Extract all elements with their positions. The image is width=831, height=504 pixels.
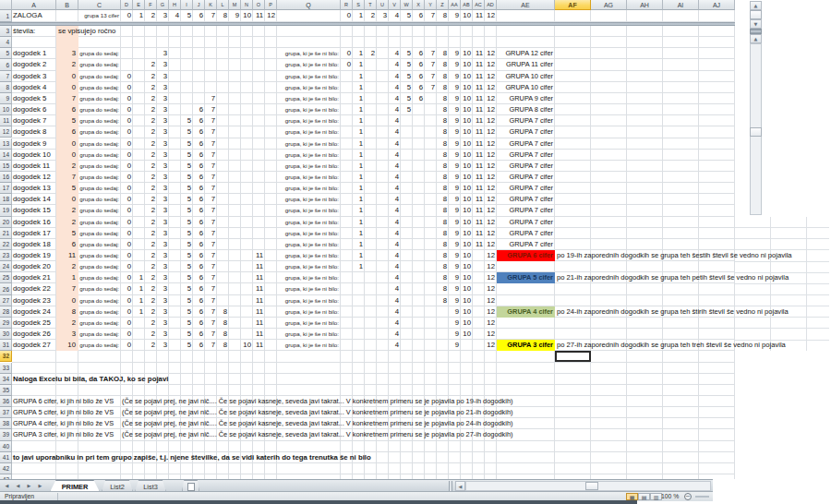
digit-unseen[interactable]: 8 xyxy=(437,228,449,239)
row-header-35[interactable]: 35 xyxy=(0,385,12,396)
event-label[interactable]: dogodek 21 xyxy=(12,272,56,283)
digit-seen[interactable]: 6 xyxy=(193,318,205,329)
digit-unseen[interactable]: 10 xyxy=(461,272,473,283)
digit-seen[interactable]: 2 xyxy=(145,205,157,216)
digit-seen[interactable]: 6 xyxy=(193,194,205,205)
digit-seen[interactable]: 6 xyxy=(193,250,205,261)
row-header-28[interactable]: 28 xyxy=(0,306,12,318)
digit-unseen[interactable]: 10 xyxy=(461,329,473,340)
event-label[interactable]: dogodek 12 xyxy=(12,172,56,183)
digit-seen[interactable]: 1 xyxy=(133,283,145,294)
digit-seen[interactable]: 7 xyxy=(205,126,217,138)
digit-seen[interactable]: 0 xyxy=(121,93,133,104)
digit-seen[interactable]: 2 xyxy=(145,161,157,172)
column-header-AD[interactable]: AD xyxy=(485,0,497,10)
digit-unseen[interactable]: 8 xyxy=(437,272,449,283)
digit-seen[interactable]: 2 xyxy=(145,59,157,70)
digit-unseen[interactable]: 9 xyxy=(449,59,461,70)
digit-unseen[interactable]: 8 xyxy=(437,283,449,294)
digit-seen[interactable]: 3 xyxy=(157,228,169,239)
group-cell[interactable]: GRUPA 7 cifer xyxy=(497,228,555,239)
event-value[interactable]: 11 xyxy=(56,250,78,261)
digit-seen[interactable]: 11 xyxy=(253,340,265,351)
digit-unseen[interactable]: 10 xyxy=(461,71,473,82)
scroll-up-icon[interactable]: ▲ xyxy=(750,34,762,43)
digit-unseen[interactable]: 12 xyxy=(485,71,497,82)
event-value[interactable]: 7 xyxy=(56,93,78,104)
digit-unseen[interactable]: 10 xyxy=(461,93,473,104)
digit-seen[interactable]: 3 xyxy=(157,138,169,150)
row-header-25[interactable]: 25 xyxy=(0,272,12,283)
digit-unseen[interactable]: 10 xyxy=(461,183,473,194)
row-header-4[interactable]: 4 xyxy=(0,37,12,48)
column-header-P[interactable]: P xyxy=(265,0,277,10)
digit-seen[interactable]: 3 xyxy=(157,93,169,104)
row-header-27[interactable]: 27 xyxy=(0,295,12,306)
digit-unseen[interactable]: 1 xyxy=(353,138,365,150)
digit-seen[interactable]: 8 xyxy=(217,318,229,329)
group-cell[interactable]: GRUPA 7 cifer xyxy=(497,126,555,138)
event-label[interactable]: dogodek 18 xyxy=(12,239,56,250)
next-sheet-icon[interactable]: ▶ xyxy=(24,481,34,491)
grid-cell[interactable]: 5 xyxy=(401,10,413,22)
digit-seen[interactable]: 6 xyxy=(193,150,205,161)
event-label[interactable]: dogodek 16 xyxy=(12,217,56,228)
digit-unseen[interactable]: 8 xyxy=(437,205,449,216)
column-header-Y[interactable]: Y xyxy=(425,0,437,10)
digit-seen[interactable]: 6 xyxy=(193,283,205,294)
digit-seen[interactable]: 0 xyxy=(121,104,133,115)
digit-unseen[interactable]: 9 xyxy=(449,295,461,306)
event-label[interactable]: dogodek 25 xyxy=(12,318,56,329)
digit-unseen[interactable]: 7 xyxy=(425,48,437,59)
event-label[interactable]: dogodek 22 xyxy=(12,283,56,294)
digit-unseen[interactable]: 12 xyxy=(485,48,497,59)
row-header-34[interactable]: 34 xyxy=(0,374,12,385)
column-header-B[interactable]: B xyxy=(56,0,78,10)
cell-C1[interactable]: grupa 13 cifer xyxy=(78,10,121,22)
digit-unseen[interactable]: 4 xyxy=(389,183,401,194)
row-header-6[interactable]: 6 xyxy=(0,59,12,70)
digit-seen[interactable]: 2 xyxy=(145,172,157,183)
column-header-AI[interactable]: AI xyxy=(663,0,699,10)
scrollbar-thumb[interactable] xyxy=(585,482,598,490)
digit-unseen[interactable]: 12 xyxy=(485,228,497,239)
digit-seen[interactable]: 5 xyxy=(181,161,193,172)
digit-unseen[interactable]: 8 xyxy=(437,48,449,59)
digit-seen[interactable]: 7 xyxy=(205,150,217,161)
event-value[interactable]: 0 xyxy=(56,150,78,161)
event-label[interactable]: dogodek 4 xyxy=(12,82,56,93)
digit-seen[interactable]: 5 xyxy=(181,194,193,205)
row-header-21[interactable]: 21 xyxy=(0,228,12,239)
column-header-AA[interactable]: AA xyxy=(449,0,461,10)
row-header-29[interactable]: 29 xyxy=(0,318,12,329)
event-label[interactable]: dogodek 15 xyxy=(12,205,56,216)
column-header-L[interactable]: L xyxy=(217,0,229,10)
row-header-41[interactable]: 41 xyxy=(0,452,12,463)
digit-seen[interactable]: 0 xyxy=(121,283,133,294)
digit-unseen[interactable]: 4 xyxy=(389,104,401,115)
digit-unseen[interactable]: 11 xyxy=(473,217,485,228)
scroll-down-icon[interactable]: ▼ xyxy=(750,19,762,29)
digit-unseen[interactable]: 11 xyxy=(473,59,485,70)
digit-unseen[interactable]: 9 xyxy=(449,71,461,82)
digit-unseen[interactable]: 1 xyxy=(353,82,365,93)
zoom-out-icon[interactable]: − xyxy=(684,493,692,500)
digit-unseen[interactable]: 4 xyxy=(389,228,401,239)
digit-unseen[interactable]: 9 xyxy=(449,104,461,115)
digit-unseen[interactable]: 4 xyxy=(389,239,401,250)
digit-unseen[interactable]: 8 xyxy=(437,150,449,161)
digit-unseen[interactable]: 4 xyxy=(389,250,401,261)
digit-unseen[interactable]: 10 xyxy=(461,306,473,318)
digit-unseen[interactable]: 4 xyxy=(389,329,401,340)
group-cell[interactable]: GRUPA 5 cifer xyxy=(497,272,555,283)
digit-seen[interactable]: 2 xyxy=(145,340,157,351)
digit-unseen[interactable]: 9 xyxy=(449,126,461,138)
event-label[interactable]: dogodek 1 xyxy=(12,48,56,59)
digit-unseen[interactable]: 11 xyxy=(473,150,485,161)
digit-unseen[interactable]: 4 xyxy=(389,205,401,216)
row-header-1[interactable]: 1 xyxy=(0,10,12,22)
digit-unseen[interactable]: 10 xyxy=(461,59,473,70)
digit-unseen[interactable]: 4 xyxy=(389,48,401,59)
digit-unseen[interactable]: 11 xyxy=(473,228,485,239)
digit-seen[interactable]: 0 xyxy=(121,82,133,93)
